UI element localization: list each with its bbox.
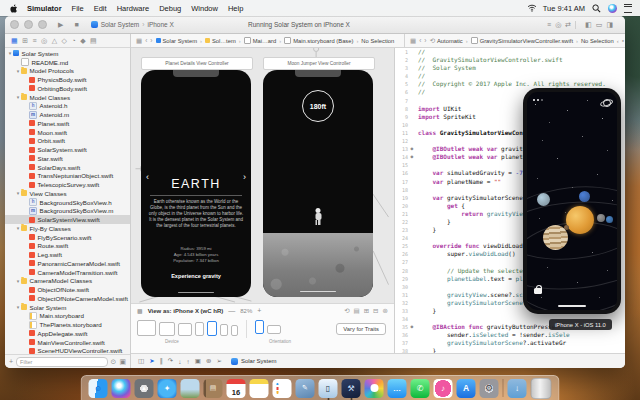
assistant-editor-button[interactable]: ◎: [555, 21, 561, 29]
related-items-icon[interactable]: ▦: [410, 37, 416, 45]
vary-for-traits-button[interactable]: Vary for Traits: [336, 323, 386, 335]
dock-itunes-icon[interactable]: ♪: [434, 379, 453, 398]
file-star-swift[interactable]: Star.swift: [5, 154, 130, 163]
file-solar-system[interactable]: ▾Solar System: [5, 303, 130, 312]
scene-title-planet-details[interactable]: Planet Details View Controller: [141, 57, 253, 70]
file-readme-md[interactable]: README.md: [5, 58, 130, 67]
blue-planet[interactable]: [579, 191, 590, 202]
file-theplanets-storyboard[interactable]: ThePlanets.storyboard: [5, 320, 130, 329]
file-flybyscenario-swift[interactable]: FlyByScenario.swift: [5, 233, 130, 242]
file-solarsystemview-swift[interactable]: SolarSystemView.swift: [5, 215, 130, 224]
file-solardays-swift[interactable]: SolarDays.swift: [5, 163, 130, 172]
device-option[interactable]: [195, 322, 204, 336]
device-option[interactable]: [220, 324, 228, 336]
counterpart-back-button[interactable]: ‹: [617, 38, 619, 44]
file-telescopicsurvey-swift[interactable]: TelescopicSurvey.swift: [5, 180, 130, 189]
simulator-screen[interactable]: [527, 92, 617, 310]
dock-trash-icon[interactable]: [531, 378, 552, 399]
dock-textedit-icon[interactable]: ✎: [296, 379, 315, 398]
minimize-window-button[interactable]: [24, 20, 33, 29]
code-line[interactable]: 38 }: [395, 347, 625, 353]
code-line[interactable]: 1//: [395, 48, 625, 56]
file-model-protocols[interactable]: ▾Model Protocols: [5, 67, 130, 76]
test-navigator-icon[interactable]: ◇: [62, 37, 67, 45]
symbol-navigator-icon[interactable]: ≡: [33, 37, 37, 44]
debug-navigator-icon[interactable]: ◔: [71, 37, 75, 44]
menu-debug[interactable]: Debug: [159, 4, 181, 13]
menu-window[interactable]: Window: [191, 4, 218, 13]
gray-moon[interactable]: [597, 214, 605, 222]
related-items-icon[interactable]: ▦: [136, 37, 142, 45]
update-frames-icon[interactable]: ⟲: [344, 307, 349, 315]
device-option-iphone-x[interactable]: [207, 321, 217, 336]
scheme-selector[interactable]: Solar System › iPhone X: [91, 21, 174, 28]
scheme-app-label[interactable]: Solar System: [101, 21, 140, 28]
file-main-storyboard[interactable]: Main.storyboard: [5, 312, 130, 321]
hide-debug-area-icon[interactable]: ◫: [138, 357, 144, 365]
dock-photos-icon[interactable]: [365, 379, 384, 398]
dock-simulator-icon[interactable]: ▯: [319, 379, 338, 398]
code-line[interactable]: 2// GravitySimulatorViewController.swift: [395, 56, 625, 64]
forward-button[interactable]: ›: [424, 37, 426, 44]
debug-process[interactable]: Solar System: [231, 358, 277, 365]
close-window-button[interactable]: [10, 20, 19, 29]
file-model-classes[interactable]: ▾Model Classes: [5, 93, 130, 102]
dock-xcode-icon[interactable]: ⚒: [342, 379, 361, 398]
toggle-inspector-button[interactable]: ◨: [606, 21, 613, 29]
storyboard-canvas[interactable]: Planet Details View Controller ‹ › EARTH…: [131, 48, 394, 303]
breakpoints-toggle-icon[interactable]: ➤: [149, 357, 154, 365]
experience-gravity-button[interactable]: Experience gravity: [141, 273, 251, 279]
file-route-swift[interactable]: Route.swift: [5, 242, 130, 251]
scene-moon-jumper[interactable]: 180ft: [263, 70, 373, 297]
lock-icon[interactable]: [534, 288, 542, 294]
dock-safari-icon[interactable]: ✦: [158, 379, 177, 398]
project-navigator-icon[interactable]: ▦: [11, 37, 18, 45]
step-over-icon[interactable]: ↷: [168, 357, 173, 365]
dock-finder-icon[interactable]: ☺: [89, 379, 108, 398]
wifi-icon[interactable]: [527, 4, 536, 13]
add-file-button[interactable]: +: [9, 358, 13, 365]
file-orbit-swift[interactable]: Orbit.swift: [5, 137, 130, 146]
zoom-out-button[interactable]: —: [228, 307, 235, 314]
dock-reminders-icon[interactable]: [273, 379, 292, 398]
memory-graph-icon[interactable]: ⊛: [206, 357, 211, 365]
scene-planet-details[interactable]: ‹ › EARTH Earth otherwise known as the W…: [141, 70, 251, 297]
breadcrumb-main-storyboard-base[interactable]: Main.storyboard (Base): [284, 37, 353, 44]
file-asteroid-h[interactable]: hAsteroid.h: [5, 102, 130, 111]
dock-contacts-icon[interactable]: ▤: [204, 379, 223, 398]
filter-field[interactable]: Filter: [16, 357, 107, 367]
toggle-debug-area-button[interactable]: ▭: [596, 21, 603, 29]
find-navigator-icon[interactable]: ◎: [41, 37, 47, 45]
device-option[interactable]: [231, 325, 238, 336]
file-panoramiccameramodel-swift[interactable]: PanoramicCameraModel.swift: [5, 259, 130, 268]
apple-menu-icon[interactable]: [10, 4, 18, 13]
notification-center-icon[interactable]: [624, 4, 632, 13]
ice-planet[interactable]: [537, 193, 550, 206]
scheme-device-label[interactable]: iPhone X: [147, 21, 173, 28]
dock-notes-icon[interactable]: [250, 379, 269, 398]
step-into-icon[interactable]: ↓: [178, 358, 181, 365]
run-button[interactable]: ▶: [58, 21, 63, 29]
code-line[interactable]: 36 sender.isSelected = !sender.isSele: [395, 331, 625, 339]
pin-icon[interactable]: ⊟: [373, 307, 378, 315]
source-control-filter-icon[interactable]: ▣: [119, 358, 126, 366]
dock-downloads-icon[interactable]: ↓: [508, 379, 527, 398]
code-line[interactable]: 3// Solar System: [395, 64, 625, 72]
device-option[interactable]: [137, 320, 156, 336]
ib-connection-icon[interactable]: ●: [411, 145, 414, 153]
recent-files-filter-icon[interactable]: ⊙: [111, 358, 117, 366]
dock-siri-icon[interactable]: [112, 379, 131, 398]
dock-launchpad-icon[interactable]: ▲: [135, 379, 154, 398]
breadcrumb-mai-ard[interactable]: Mai…ard: [244, 37, 277, 44]
saturn-icon[interactable]: [601, 97, 610, 106]
report-navigator-icon[interactable]: ▤: [90, 37, 97, 45]
ib-connection-icon[interactable]: ●: [411, 323, 414, 331]
file-asteroid-m[interactable]: mAsteroid.m: [5, 110, 130, 119]
file-scenehudviewcontroller-swift[interactable]: SceneHUDViewController.swift: [5, 347, 130, 355]
scene-title-moon-jumper[interactable]: Moon Jumper View Controller: [263, 57, 375, 70]
file-objectofnotecameramodel-swift[interactable]: ObjectOfNoteCameraModel.swift: [5, 294, 130, 303]
file-backgroundskyboxview-m[interactable]: mBackgroundSkyBoxView.m: [5, 207, 130, 216]
pause-icon[interactable]: ∥: [160, 357, 163, 365]
file-appdelegate-swift[interactable]: AppDelegate.swift: [5, 329, 130, 338]
file-solarsystem-swift[interactable]: SolarSystem.swift: [5, 145, 130, 154]
